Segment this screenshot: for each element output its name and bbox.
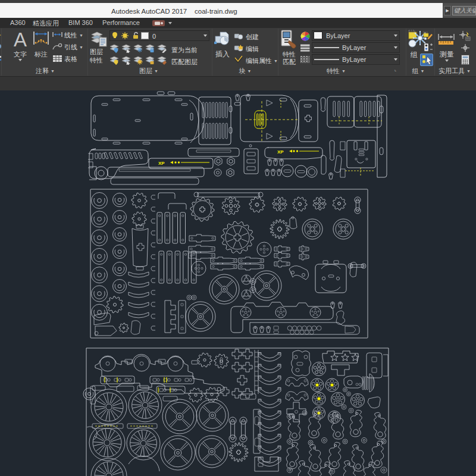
svg-text:XP: XP: [158, 161, 165, 166]
svg-text:XP: XP: [277, 149, 284, 155]
